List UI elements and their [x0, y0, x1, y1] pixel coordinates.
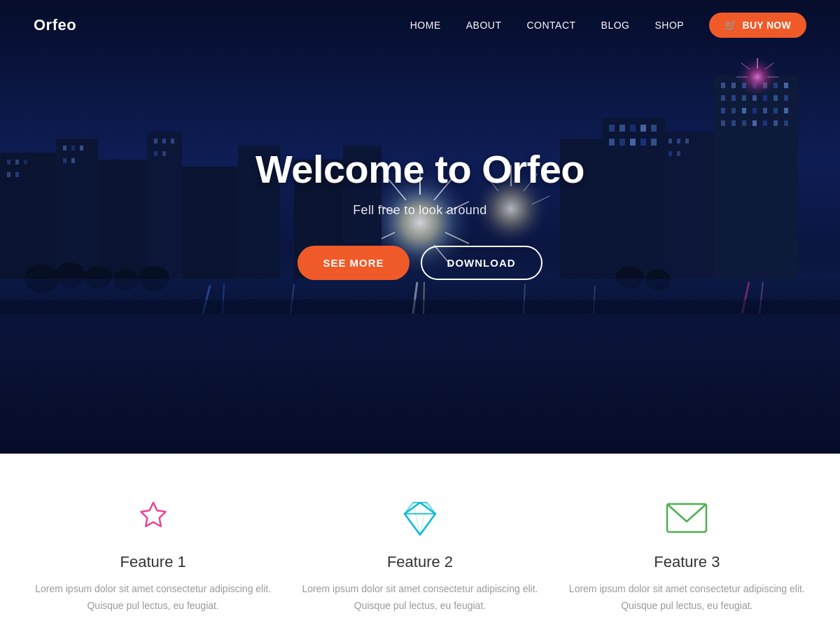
svg-rect-15	[721, 108, 725, 113]
hero-buttons: SEE MORE DOWNLOAD	[255, 246, 584, 280]
svg-rect-60	[0, 153, 56, 279]
svg-rect-14	[784, 95, 788, 101]
feature-2-desc: Lorem ipsum dolor sit amet consectetur a…	[301, 581, 539, 615]
svg-rect-69	[7, 172, 10, 177]
feature-2-title: Feature 2	[387, 553, 453, 571]
svg-rect-19	[763, 108, 767, 113]
svg-rect-88	[668, 151, 672, 156]
feature-card-2: Feature 2 Lorem ipsum dolor sit amet con…	[301, 496, 539, 615]
svg-rect-18	[752, 108, 757, 113]
svg-rect-24	[742, 120, 746, 126]
svg-rect-41	[609, 139, 615, 146]
nav-link-about[interactable]: ABOUT	[466, 20, 502, 31]
svg-rect-26	[763, 120, 767, 126]
feature-1-desc: Lorem ipsum dolor sit amet consectetur a…	[34, 581, 272, 615]
svg-rect-68	[24, 160, 27, 164]
nav-link-home[interactable]: HOME	[410, 20, 441, 31]
nav-item-blog[interactable]: BLOG	[601, 19, 630, 31]
svg-rect-70	[15, 172, 19, 177]
hero-content: Welcome to Orfeo Fell free to look aroun…	[241, 146, 598, 280]
svg-rect-9	[732, 95, 736, 101]
features-section: Feature 1 Lorem ipsum dolor sit amet con…	[0, 454, 840, 630]
svg-rect-64	[182, 167, 238, 279]
svg-rect-2	[732, 83, 736, 88]
svg-rect-42	[620, 139, 625, 146]
nav-links: HOME ABOUT CONTACT BLOG SHOP 🛒 BUY NOW	[410, 13, 806, 38]
svg-rect-38	[630, 125, 636, 132]
nav-link-shop[interactable]: SHOP	[654, 20, 684, 31]
svg-rect-16	[732, 108, 736, 113]
svg-rect-21	[784, 108, 788, 113]
hero-title: Welcome to Orfeo	[255, 146, 584, 192]
svg-rect-80	[162, 151, 166, 156]
svg-rect-84	[665, 132, 714, 279]
svg-rect-85	[668, 139, 672, 144]
svg-rect-73	[80, 146, 83, 150]
feature-3-icon	[664, 496, 709, 540]
feature-2-icon	[398, 496, 442, 540]
svg-rect-72	[71, 146, 75, 150]
feature-3-desc: Lorem ipsum dolor sit amet consectetur a…	[568, 581, 806, 615]
svg-rect-61	[56, 139, 98, 279]
brand-logo[interactable]: Orfeo	[34, 16, 76, 34]
svg-rect-78	[171, 139, 174, 144]
nav-item-home[interactable]: HOME	[410, 19, 441, 31]
svg-rect-44	[640, 139, 646, 146]
feature-card-3: Feature 3 Lorem ipsum dolor sit amet con…	[568, 496, 806, 615]
svg-rect-75	[71, 158, 75, 163]
navbar: Orfeo HOME ABOUT CONTACT BLOG SHOP 🛒 BUY…	[0, 0, 840, 50]
svg-rect-1	[721, 83, 725, 88]
svg-rect-62	[98, 160, 147, 279]
svg-rect-0	[714, 76, 798, 279]
svg-rect-36	[609, 125, 615, 132]
download-button[interactable]: DOWNLOAD	[421, 246, 542, 280]
svg-rect-89	[677, 151, 680, 156]
svg-rect-27	[774, 120, 778, 126]
svg-rect-17	[742, 108, 746, 113]
nav-item-contact[interactable]: CONTACT	[526, 19, 575, 31]
nav-item-buy[interactable]: 🛒 BUY NOW	[709, 13, 806, 38]
svg-rect-39	[640, 125, 646, 132]
nav-link-blog[interactable]: BLOG	[601, 20, 630, 31]
svg-rect-40	[651, 125, 657, 132]
svg-rect-67	[15, 160, 19, 164]
svg-rect-77	[162, 139, 166, 144]
see-more-button[interactable]: SEE MORE	[298, 246, 409, 280]
svg-rect-86	[677, 139, 680, 144]
feature-1-title: Feature 1	[120, 553, 186, 571]
svg-rect-71	[63, 146, 66, 150]
svg-rect-45	[651, 139, 657, 146]
svg-rect-20	[774, 108, 778, 113]
svg-rect-8	[721, 95, 725, 101]
hero-section: Welcome to Orfeo Fell free to look aroun…	[0, 0, 840, 454]
svg-rect-87	[685, 139, 689, 144]
nav-item-about[interactable]: ABOUT	[466, 19, 502, 31]
svg-rect-28	[784, 120, 788, 126]
svg-rect-74	[63, 158, 66, 163]
svg-rect-23	[732, 120, 736, 126]
nav-item-shop[interactable]: SHOP	[654, 19, 684, 31]
buy-now-button[interactable]: 🛒 BUY NOW	[709, 13, 806, 38]
cart-icon: 🛒	[724, 20, 736, 31]
svg-rect-43	[630, 139, 636, 146]
feature-3-title: Feature 3	[654, 553, 720, 571]
svg-rect-13	[774, 95, 778, 101]
nav-link-contact[interactable]: CONTACT	[526, 20, 575, 31]
svg-rect-25	[752, 120, 757, 126]
svg-rect-37	[620, 125, 625, 132]
hero-subtitle: Fell free to look around	[255, 203, 584, 218]
feature-1-icon	[131, 496, 176, 540]
svg-rect-22	[721, 120, 725, 126]
svg-rect-79	[154, 151, 158, 156]
svg-rect-7	[784, 83, 788, 88]
svg-rect-66	[7, 160, 10, 164]
feature-card-1: Feature 1 Lorem ipsum dolor sit amet con…	[34, 496, 272, 615]
svg-rect-10	[742, 95, 746, 101]
svg-rect-76	[154, 139, 158, 144]
